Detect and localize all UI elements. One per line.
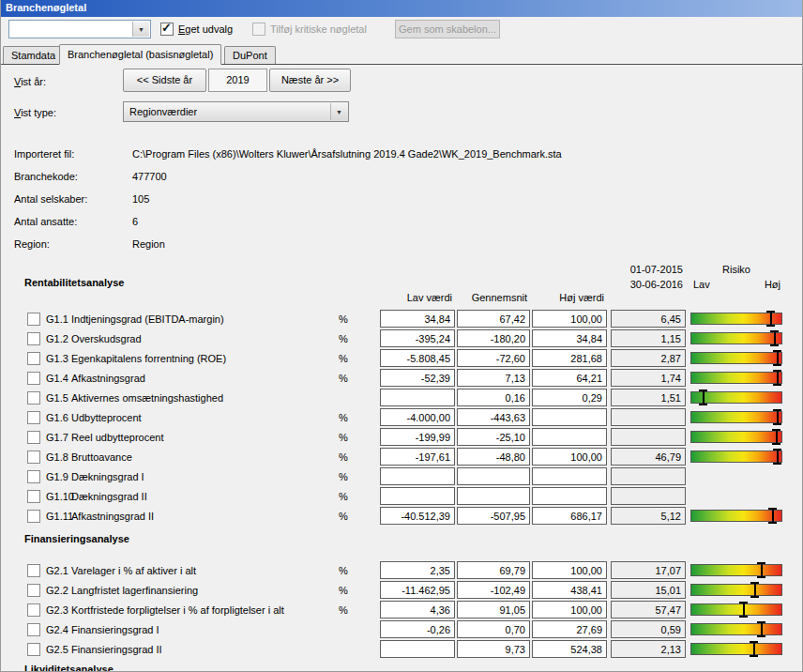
cell-period-value — [611, 467, 686, 485]
cell-high-value: 100,00 — [532, 601, 607, 619]
title-bar[interactable]: Branchenøgletal — [1, 0, 802, 17]
cell-period-value: 57,47 — [611, 601, 686, 619]
cell-high-value — [532, 467, 607, 485]
template-combobox[interactable]: ▼ — [8, 20, 151, 38]
cell-average-value: 0,70 — [457, 620, 530, 638]
row-code: G2.1 — [46, 565, 68, 576]
risk-marker — [757, 621, 765, 637]
row-checkbox[interactable] — [27, 313, 40, 326]
cell-average-value — [457, 467, 530, 485]
cell-period-value: 5,12 — [611, 507, 686, 525]
row-checkbox[interactable] — [27, 510, 40, 523]
row-checkbox[interactable] — [27, 451, 40, 464]
vist-type-combobox[interactable]: Regionværdier ▼ — [123, 101, 349, 122]
cell-period-value: 2,13 — [611, 640, 686, 658]
risk-marker — [750, 582, 759, 598]
chevron-down-icon[interactable]: ▼ — [132, 22, 149, 37]
cell-low-value: -395,24 — [380, 329, 455, 347]
eget-udvalg-label: Eget udvalg — [178, 23, 233, 35]
table-row: G1.3Egenkapitalens forrentning (ROE)%-5.… — [1, 349, 803, 369]
risk-marker — [750, 641, 758, 657]
cell-average-value: -25,10 — [457, 428, 530, 446]
cell-high-value: 34,84 — [532, 329, 607, 347]
row-checkbox[interactable] — [27, 643, 40, 656]
tab-stamdata[interactable]: Stamdata — [3, 46, 64, 64]
info-label: Antal selskaber: — [14, 193, 87, 205]
row-unit-percent: % — [339, 585, 348, 596]
kritiske-nogletal-label: Tilføj kritiske nøgletal — [270, 23, 367, 35]
row-checkbox[interactable] — [27, 431, 40, 444]
row-code: G1.4 — [46, 373, 68, 384]
row-checkbox[interactable] — [27, 352, 40, 365]
tab-branchenogletal[interactable]: Branchenøgletal (basisnøgletal) — [59, 44, 221, 65]
kritiske-nogletal-checkbox[interactable] — [252, 23, 265, 36]
cell-high-value: 100,00 — [532, 561, 607, 579]
cell-average-value: -507,95 — [457, 507, 530, 525]
row-name: Udbytteprocent — [71, 412, 142, 423]
table-row: G1.7Reel udbytteprocent%-199,99-25,10 — [1, 428, 803, 448]
cell-high-value — [532, 487, 607, 505]
tab-dupont[interactable]: DuPont — [224, 46, 276, 64]
row-checkbox[interactable] — [27, 603, 40, 617]
cell-average-value: 67,42 — [457, 310, 530, 328]
cell-high-value: 281,68 — [532, 349, 607, 367]
section-title: Likviditetsanalyse — [24, 664, 114, 672]
row-code: G1.7 — [46, 432, 68, 443]
col-header-period-end: 30-06-2016 — [611, 279, 683, 290]
risk-marker — [770, 330, 779, 346]
row-checkbox[interactable] — [27, 332, 40, 345]
risk-scale-high-label: Høj — [690, 279, 780, 290]
row-checkbox[interactable] — [27, 470, 40, 483]
risk-gradient-bar — [690, 411, 782, 423]
row-unit-percent: % — [339, 604, 348, 616]
cell-average-value — [457, 487, 530, 505]
cell-low-value: -0,26 — [380, 620, 455, 638]
risk-gradient-bar — [690, 431, 782, 443]
cell-high-value: 100,00 — [532, 310, 607, 328]
info-row-branchekode: Branchekode: 477700 — [1, 171, 803, 183]
cell-period-value: 17,07 — [611, 561, 686, 579]
row-unit-percent: % — [339, 313, 348, 325]
vist-type-value: Regionværdier — [129, 106, 197, 117]
row-name: Finansieringsgrad II — [71, 644, 162, 655]
cell-average-value: -102,49 — [457, 581, 530, 599]
table-row: G1.6Udbytteprocent%-4.000,00-443,63 — [1, 408, 803, 428]
cell-low-value — [380, 487, 455, 505]
next-year-button[interactable]: Næste år >> — [269, 69, 351, 92]
row-unit-percent: % — [339, 353, 348, 364]
row-checkbox[interactable] — [27, 584, 40, 597]
row-name: Afkastningsgrad — [71, 373, 145, 384]
section-header: Rentabilitetsanalyse01-07-201530-06-2016… — [1, 261, 803, 310]
row-checkbox[interactable] — [27, 391, 40, 405]
col-header-average: Gennemsnit — [457, 292, 527, 303]
row-checkbox[interactable] — [27, 372, 40, 385]
cell-average-value: -72,60 — [457, 349, 530, 367]
cell-average-value: 7,13 — [457, 369, 530, 387]
eget-udvalg-checkbox[interactable] — [160, 23, 174, 36]
info-label: Importeret fil: — [14, 148, 74, 160]
cell-period-value: 6,45 — [611, 310, 686, 328]
row-checkbox[interactable] — [27, 564, 40, 577]
cell-period-value: 0,59 — [611, 620, 686, 638]
cell-high-value: 686,17 — [532, 507, 607, 525]
branchenogletal-window: Branchenøgletal ▼ Eget udvalg Tilføj kri… — [0, 0, 803, 672]
row-checkbox[interactable] — [27, 490, 40, 503]
table-row: G1.5Aktivernes omsætningshastighed0,160,… — [1, 389, 803, 408]
cell-average-value: 69,79 — [457, 561, 530, 579]
cell-low-value — [380, 389, 455, 406]
info-label: Region: — [14, 238, 50, 250]
row-checkbox[interactable] — [27, 411, 40, 424]
row-unit-percent: % — [339, 373, 348, 384]
col-header-period-start: 01-07-2015 — [611, 264, 683, 275]
risk-gradient-bar — [690, 623, 782, 635]
row-checkbox[interactable] — [27, 623, 40, 636]
info-value: 477700 — [132, 171, 167, 182]
chevron-down-icon[interactable]: ▼ — [330, 103, 347, 120]
risk-gradient-bar — [690, 313, 782, 325]
cell-high-value: 64,21 — [532, 369, 607, 387]
info-label: Antal ansatte: — [14, 216, 77, 227]
previous-year-button[interactable]: << Sidste år — [123, 69, 206, 92]
row-code: G1.2 — [46, 333, 68, 344]
gem-som-skabelon-button[interactable]: Gem som skabelon... — [395, 20, 500, 38]
cell-high-value: 438,41 — [532, 581, 607, 599]
